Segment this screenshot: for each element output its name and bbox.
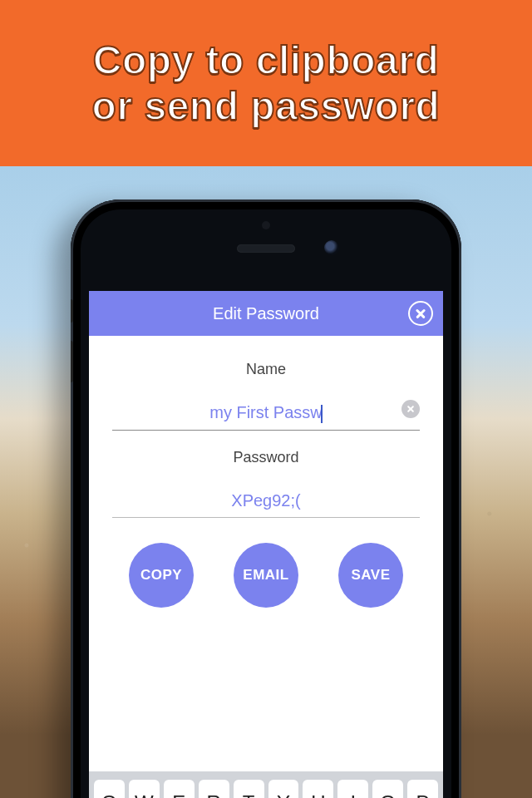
password-label: Password (107, 449, 425, 466)
promo-headline: Copy to clipboard or send password (92, 37, 441, 129)
app-promo-screenshot: Copy to clipboard or send password Edit … (0, 0, 532, 798)
phone-camera (324, 240, 339, 255)
copy-button-label: COPY (140, 567, 182, 584)
phone-frame: Edit Password Name my First Passw Passwo… (71, 200, 461, 798)
key-e[interactable]: E (164, 780, 195, 798)
password-field-row: XPeg92;( (112, 485, 420, 518)
phone-sensor (262, 221, 270, 229)
save-button-label: SAVE (351, 567, 390, 584)
save-button[interactable]: SAVE (338, 543, 403, 608)
promo-banner: Copy to clipboard or send password (0, 0, 532, 166)
key-y[interactable]: Y (268, 780, 299, 798)
phone-speaker (237, 244, 295, 253)
edit-password-form: Name my First Passw Password XPeg92;( (89, 336, 443, 608)
key-t[interactable]: T (234, 780, 264, 798)
phone-side-button (71, 299, 73, 323)
app-header-title: Edit Password (213, 304, 319, 323)
password-input-value: XPeg92;( (231, 491, 300, 510)
phone-screen: Edit Password Name my First Passw Passwo… (89, 291, 443, 798)
name-input[interactable]: my First Passw (112, 397, 420, 431)
name-input-value: my First Passw (209, 403, 323, 421)
password-input[interactable]: XPeg92;( (112, 485, 420, 518)
key-p[interactable]: P (407, 780, 438, 798)
key-w[interactable]: W (129, 780, 160, 798)
name-field-row: my First Passw (112, 397, 420, 431)
background-photo: Edit Password Name my First Passw Passwo… (0, 166, 532, 798)
email-button[interactable]: EMAIL (234, 543, 298, 608)
key-u[interactable]: U (303, 780, 333, 798)
key-i[interactable]: I (337, 780, 368, 798)
clear-icon[interactable] (401, 400, 420, 418)
promo-headline-line1: Copy to clipboard (93, 38, 440, 82)
copy-button[interactable]: COPY (129, 543, 194, 608)
ios-keyboard: Q W E R T Y U I O P (89, 771, 443, 798)
phone-volume-button (71, 341, 73, 382)
key-q[interactable]: Q (94, 780, 125, 798)
key-o[interactable]: O (372, 780, 403, 798)
name-label: Name (107, 361, 425, 378)
close-icon[interactable] (408, 301, 433, 326)
keyboard-row-1: Q W E R T Y U I O P (94, 780, 438, 798)
text-cursor (321, 405, 323, 423)
email-button-label: EMAIL (243, 567, 288, 584)
action-buttons: COPY EMAIL SAVE (109, 543, 423, 608)
app-header: Edit Password (89, 291, 443, 336)
promo-headline-line2: or send password (92, 84, 441, 128)
key-r[interactable]: R (199, 780, 229, 798)
